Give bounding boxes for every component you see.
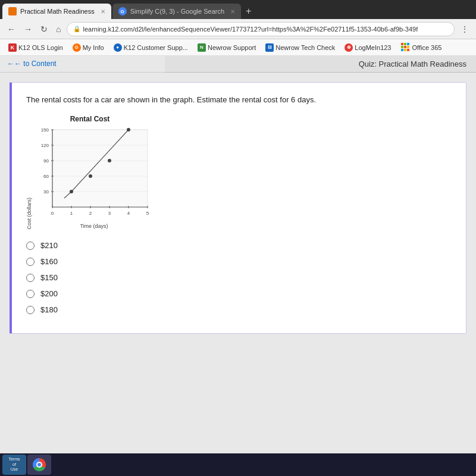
- radio-2[interactable]: [26, 258, 35, 266]
- url-text: learning.k12.com/d2l/le/enhancedSequence…: [83, 26, 418, 33]
- radio-4[interactable]: [26, 290, 35, 298]
- svg-text:5: 5: [146, 211, 149, 216]
- k12supp-icon: ●: [114, 43, 122, 52]
- option-4[interactable]: $200: [26, 289, 452, 298]
- radio-1[interactable]: [26, 242, 35, 250]
- radio-3[interactable]: [26, 274, 35, 282]
- tab-add-button[interactable]: +: [241, 4, 256, 19]
- tab-favicon-1: [8, 7, 17, 15]
- terms-label: Terms of Use: [8, 457, 20, 472]
- bookmark-k12supp-label: K12 Customer Supp...: [124, 44, 188, 51]
- lock-icon: 🔒: [73, 26, 80, 32]
- chart-svg: 30 60 90: [35, 127, 154, 222]
- taskbar-terms[interactable]: Terms of Use: [2, 455, 26, 475]
- url-bar[interactable]: 🔒 learning.k12.com/d2l/le/enhancedSequen…: [67, 22, 455, 36]
- tab-close-2[interactable]: ✕: [230, 8, 235, 15]
- tab-bar: Practical Math Readiness ✕ G Simplify C(…: [0, 0, 476, 19]
- chrome-inner: [36, 462, 42, 468]
- chart-wrapper: Rental Cost Cost (dollars): [26, 115, 154, 229]
- x-axis-label: Time (days): [80, 223, 108, 229]
- back-button[interactable]: ←: [5, 23, 18, 35]
- bookmark-newrowtech-label: Newrow Tech Check: [275, 44, 335, 51]
- bookmark-newrow[interactable]: N Newrow Support: [194, 42, 259, 53]
- chart-point-4: [127, 128, 130, 131]
- tab-label-1: Practical Math Readiness: [20, 8, 95, 15]
- k12ols-icon: K: [8, 43, 17, 52]
- option-5-label: $180: [40, 305, 58, 314]
- newrow-icon: N: [198, 43, 206, 52]
- svg-text:1: 1: [70, 211, 73, 216]
- quiz-card: The rental costs for a car are shown in …: [10, 82, 466, 334]
- bookmark-myinfo-label: My Info: [83, 44, 104, 51]
- chart-area: Cost (dollars): [26, 127, 154, 229]
- bookmark-myinfo[interactable]: ⊙ My Info: [69, 42, 108, 53]
- browser-window: Practical Math Readiness ✕ G Simplify C(…: [0, 0, 476, 462]
- answer-options: $210 $160 $150 $200: [26, 241, 452, 314]
- bookmarks-bar: K K12 OLS Login ⊙ My Info ● K12 Customer…: [0, 39, 476, 56]
- menu-button[interactable]: ⋮: [458, 23, 471, 35]
- chart-title: Rental Cost: [70, 115, 110, 123]
- svg-text:0: 0: [51, 211, 54, 216]
- logmein-icon: ⊕: [345, 43, 353, 52]
- page-content: ← ← to Content Quiz: Practical Math Read…: [0, 56, 476, 462]
- bookmark-newrowtech[interactable]: ⊟ Newrow Tech Check: [262, 42, 339, 53]
- svg-text:90: 90: [43, 158, 49, 164]
- svg-text:30: 30: [43, 189, 49, 195]
- radio-5[interactable]: [26, 306, 35, 314]
- svg-text:150: 150: [41, 127, 49, 133]
- svg-text:60: 60: [43, 174, 49, 179]
- option-2[interactable]: $160: [26, 257, 452, 266]
- option-3[interactable]: $150: [26, 273, 452, 282]
- bookmark-k12supp[interactable]: ● K12 Customer Supp...: [110, 42, 192, 53]
- y-axis-label: Cost (dollars): [26, 198, 32, 230]
- quiz-area: The rental costs for a car are shown in …: [0, 73, 476, 462]
- refresh-button[interactable]: ↻: [38, 23, 50, 35]
- myinfo-icon: ⊙: [73, 43, 81, 52]
- svg-text:4: 4: [127, 211, 130, 216]
- option-1-label: $210: [40, 241, 58, 250]
- back-to-content[interactable]: ← ← to Content: [0, 56, 165, 73]
- option-4-label: $200: [40, 289, 58, 298]
- home-button[interactable]: ⌂: [54, 23, 63, 35]
- bookmark-k12ols-label: K12 OLS Login: [18, 44, 63, 51]
- chart-svg-container: 30 60 90: [35, 127, 154, 229]
- tab-favicon-2: G: [118, 7, 127, 15]
- svg-text:2: 2: [89, 211, 92, 216]
- quiz-title: Quiz: Practical Math Readiness: [165, 60, 476, 68]
- question-text: The rental costs for a car are shown in …: [26, 95, 452, 105]
- newrowtech-icon: ⊟: [265, 43, 274, 52]
- tab-practical-math[interactable]: Practical Math Readiness ✕: [2, 4, 111, 19]
- taskbar-chrome[interactable]: [27, 455, 51, 475]
- chrome-icon: [33, 458, 46, 471]
- forward-button[interactable]: →: [21, 23, 35, 35]
- back-label: ← to Content: [14, 60, 57, 68]
- office365-icon: [401, 43, 411, 52]
- bookmark-office365[interactable]: Office 365: [397, 42, 446, 54]
- chart-point-3: [108, 159, 111, 162]
- option-2-label: $160: [40, 257, 58, 266]
- taskbar: Terms of Use: [0, 453, 476, 476]
- tab-label-2: Simplify C(9, 3) - Google Search: [130, 8, 224, 15]
- svg-rect-0: [52, 130, 148, 207]
- bookmark-logmein-label: LogMeIn123: [355, 44, 391, 51]
- tab-close-1[interactable]: ✕: [101, 8, 105, 15]
- address-bar: ← → ↻ ⌂ 🔒 learning.k12.com/d2l/le/enhanc…: [0, 19, 476, 39]
- back-icon: ←: [7, 60, 14, 68]
- tab-google-search[interactable]: G Simplify C(9, 3) - Google Search ✕: [112, 4, 241, 19]
- option-5[interactable]: $180: [26, 305, 452, 314]
- chart-point-1: [70, 190, 73, 193]
- chart-container: Rental Cost Cost (dollars): [26, 115, 452, 229]
- option-3-label: $150: [40, 273, 58, 282]
- svg-text:3: 3: [108, 211, 111, 216]
- chart-point-2: [89, 174, 92, 178]
- bookmark-logmein[interactable]: ⊕ LogMeIn123: [341, 42, 394, 53]
- option-1[interactable]: $210: [26, 241, 452, 250]
- bookmark-office365-label: Office 365: [412, 44, 442, 51]
- svg-text:120: 120: [41, 143, 49, 148]
- bookmark-newrow-label: Newrow Support: [208, 44, 256, 51]
- bookmark-k12ols[interactable]: K K12 OLS Login: [5, 42, 67, 53]
